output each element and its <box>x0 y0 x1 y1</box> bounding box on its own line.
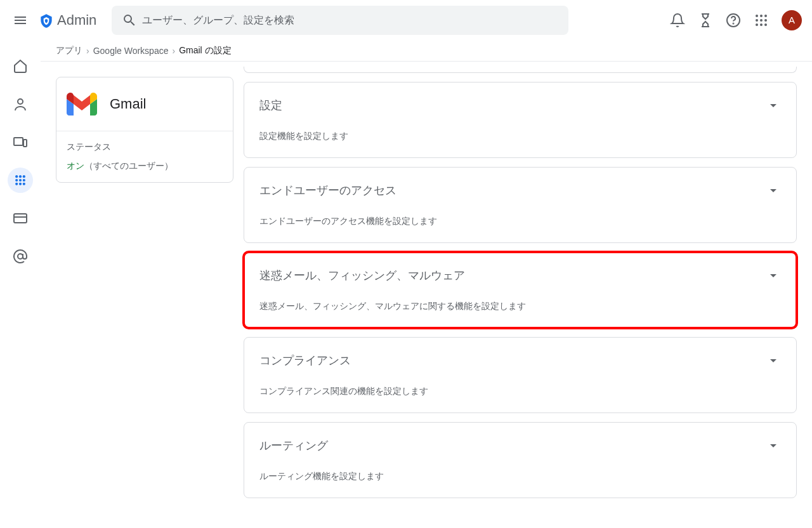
search-input[interactable] <box>142 15 563 26</box>
apps-grid-icon <box>754 13 769 28</box>
svg-point-3 <box>760 15 763 17</box>
section-title: エンドユーザーのアクセス <box>259 183 396 198</box>
breadcrumb-current: Gmail の設定 <box>179 45 231 56</box>
logo-text: Admin <box>57 12 96 29</box>
svg-point-22 <box>23 183 25 185</box>
svg-point-1 <box>733 23 734 23</box>
section-title: 迷惑メール、フィッシング、マルウェア <box>259 268 465 283</box>
svg-point-19 <box>23 179 25 182</box>
breadcrumb: アプリ › Google Workspace › Gmail の設定 <box>41 41 812 62</box>
home-icon <box>13 58 28 74</box>
status-on: オン <box>67 161 84 171</box>
settings-sections: 設定 設定機能を設定します エンドユーザーのアクセス エンドユーザーのアクセス機… <box>244 67 797 498</box>
svg-rect-12 <box>14 138 23 145</box>
devices-icon <box>13 135 28 150</box>
app-title: Gmail <box>110 96 146 112</box>
chevron-down-icon <box>766 98 781 113</box>
svg-point-14 <box>15 175 18 178</box>
help-icon <box>726 13 741 28</box>
svg-point-9 <box>760 23 763 26</box>
svg-point-2 <box>756 15 758 17</box>
chevron-down-icon <box>766 268 781 283</box>
section-settings[interactable]: 設定 設定機能を設定します <box>244 82 797 158</box>
notifications-button[interactable] <box>665 8 690 33</box>
svg-rect-23 <box>14 214 27 223</box>
gmail-icon <box>67 93 97 116</box>
header-actions: A <box>665 8 807 33</box>
svg-point-6 <box>760 19 763 22</box>
svg-point-18 <box>19 179 22 182</box>
svg-point-15 <box>19 175 22 178</box>
svg-point-7 <box>764 19 767 22</box>
credit-card-icon <box>13 211 28 226</box>
section-desc: 迷惑メール、フィッシング、マルウェアに関する機能を設定します <box>259 301 781 312</box>
side-nav <box>0 41 41 528</box>
person-icon <box>13 96 28 112</box>
app-header-bar: Admin A <box>0 0 812 41</box>
section-end-user-access[interactable]: エンドユーザーのアクセス エンドユーザーのアクセス機能を設定します <box>244 167 797 243</box>
svg-point-21 <box>19 183 22 185</box>
help-button[interactable] <box>721 8 746 33</box>
section-desc: ルーティング機能を設定します <box>259 471 781 482</box>
nav-directory[interactable] <box>8 91 33 117</box>
chevron-right-icon: › <box>86 46 89 56</box>
nav-apps[interactable] <box>8 168 33 193</box>
bell-icon <box>670 13 685 28</box>
nav-billing[interactable] <box>8 206 33 231</box>
status-value: オン（すべてのユーザー） <box>67 161 223 172</box>
main-menu-button[interactable] <box>5 5 36 36</box>
chevron-down-icon <box>766 438 781 453</box>
chevron-down-icon <box>766 353 781 368</box>
svg-point-4 <box>764 15 767 17</box>
svg-point-20 <box>15 183 18 185</box>
svg-rect-13 <box>23 140 27 147</box>
svg-point-25 <box>18 254 23 259</box>
svg-point-10 <box>764 23 767 26</box>
breadcrumb-workspace[interactable]: Google Workspace <box>93 46 169 56</box>
apps-launcher-button[interactable] <box>749 8 774 33</box>
chevron-right-icon: › <box>172 46 175 56</box>
admin-logo-icon <box>38 13 53 28</box>
nav-home[interactable] <box>8 53 33 79</box>
app-info-card: Gmail ステータス オン（すべてのユーザー） <box>56 77 233 183</box>
section-desc: 設定機能を設定します <box>259 131 781 142</box>
at-sign-icon <box>13 249 28 264</box>
section-title: コンプライアンス <box>259 353 351 368</box>
admin-logo[interactable]: Admin <box>38 12 96 29</box>
section-compliance[interactable]: コンプライアンス コンプライアンス関連の機能を設定します <box>244 337 797 413</box>
section-title: 設定 <box>259 98 282 113</box>
apps-icon <box>14 174 27 187</box>
hourglass-icon <box>698 13 713 28</box>
svg-point-16 <box>23 175 25 178</box>
section-spam-phishing-malware[interactable]: 迷惑メール、フィッシング、マルウェア 迷惑メール、フィッシング、マルウェアに関す… <box>244 252 797 328</box>
breadcrumb-apps[interactable]: アプリ <box>56 45 82 56</box>
search-icon <box>117 8 142 33</box>
nav-account[interactable] <box>8 244 33 269</box>
svg-point-5 <box>756 19 758 22</box>
chevron-down-icon <box>766 183 781 198</box>
nav-devices[interactable] <box>8 129 33 155</box>
svg-point-8 <box>756 23 758 26</box>
hamburger-icon <box>13 13 28 28</box>
section-desc: コンプライアンス関連の機能を設定します <box>259 386 781 397</box>
previous-section-edge <box>244 67 797 73</box>
account-avatar[interactable]: A <box>782 10 802 30</box>
search-bar[interactable] <box>112 6 568 35</box>
status-scope: （すべてのユーザー） <box>84 161 173 171</box>
svg-point-11 <box>18 99 23 104</box>
status-label: ステータス <box>67 142 223 153</box>
tasks-button[interactable] <box>693 8 718 33</box>
section-desc: エンドユーザーのアクセス機能を設定します <box>259 216 781 227</box>
svg-point-17 <box>15 179 18 182</box>
section-title: ルーティング <box>259 438 328 453</box>
section-routing[interactable]: ルーティング ルーティング機能を設定します <box>244 422 797 498</box>
